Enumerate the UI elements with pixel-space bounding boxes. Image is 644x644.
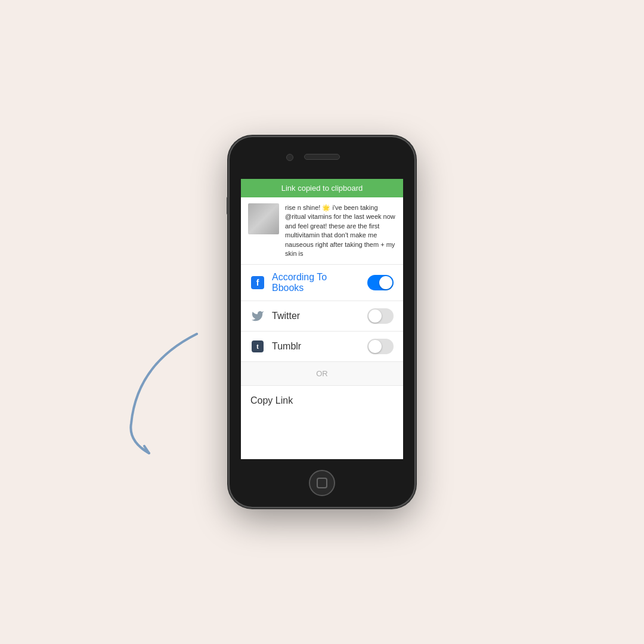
speaker [304, 154, 340, 160]
home-button[interactable] [309, 470, 335, 496]
tumblr-icon: t [250, 339, 265, 354]
or-divider: OR [241, 362, 403, 386]
twitter-icon [250, 309, 265, 323]
tumblr-toggle[interactable] [367, 339, 394, 354]
phone-device: Link copied to clipboard rise n shine! 🌟… [230, 137, 414, 507]
facebook-icon: f [250, 275, 265, 290]
notification-bar: Link copied to clipboard [241, 179, 403, 197]
facebook-share-item[interactable]: f According To Bbooks [241, 265, 403, 301]
phone-screen: Link copied to clipboard rise n shine! 🌟… [241, 179, 403, 459]
arrow-annotation [101, 316, 233, 465]
share-section: f According To Bbooks Twitter [241, 265, 403, 362]
home-button-inner [317, 478, 327, 488]
post-thumbnail [248, 203, 279, 234]
facebook-toggle[interactable] [367, 275, 394, 290]
twitter-label: Twitter [272, 311, 360, 321]
post-text-content: rise n shine! 🌟 i've been taking @ritual… [285, 203, 396, 258]
twitter-toggle[interactable] [367, 308, 394, 324]
facebook-label: According To Bbooks [272, 272, 360, 293]
phone-top-bar [230, 137, 414, 179]
post-preview: rise n shine! 🌟 i've been taking @ritual… [241, 197, 403, 265]
tumblr-share-item[interactable]: t Tumblr [241, 332, 403, 362]
tumblr-label: Tumblr [272, 341, 360, 352]
twitter-share-item[interactable]: Twitter [241, 301, 403, 332]
camera [286, 154, 293, 161]
copy-link-button[interactable]: Copy Link [241, 386, 403, 416]
phone-bottom [230, 459, 414, 507]
